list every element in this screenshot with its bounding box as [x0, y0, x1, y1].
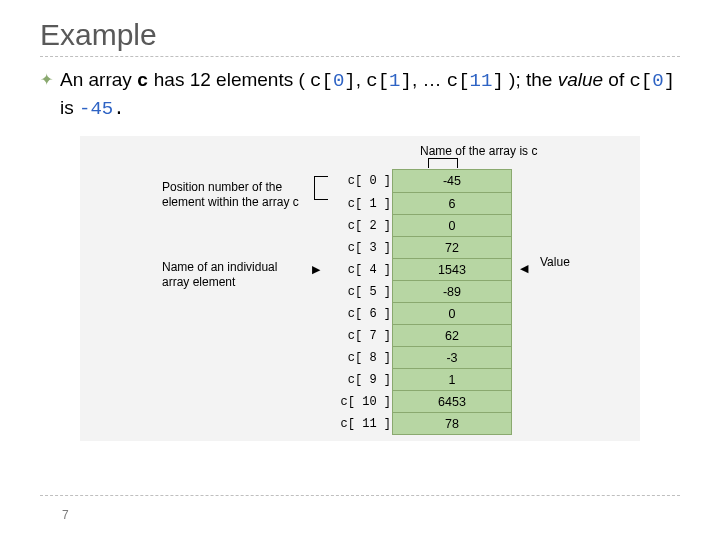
t: has 12 elements ( — [149, 69, 311, 90]
row-label: c[ 9 ] — [337, 369, 391, 391]
row-label: c[ 4 ] — [337, 259, 391, 281]
row-value: -45 — [393, 170, 511, 192]
period: . — [113, 98, 124, 120]
ex0-r: ] — [344, 70, 355, 92]
ann-position-l1: Position number of the — [162, 180, 312, 195]
t: is — [60, 97, 79, 118]
table-row: c[ 5 ]-89 — [393, 280, 511, 302]
ann-position-number: Position number of the element within th… — [162, 180, 312, 210]
ex11-r: ] — [492, 70, 503, 92]
row-label: c[ 7 ] — [337, 325, 391, 347]
row-label: c[ 6 ] — [337, 303, 391, 325]
table-row: c[ 8 ]-3 — [393, 346, 511, 368]
bullet-icon: ✦ — [40, 69, 53, 91]
ann-array-name: Name of the array is c — [420, 144, 537, 159]
title-divider — [40, 56, 680, 57]
table-row: c[ 0 ]-45 — [393, 170, 511, 192]
ex11-i: 11 — [470, 70, 493, 92]
table-row: c[ 7 ]62 — [393, 324, 511, 346]
ex0-i: 0 — [333, 70, 344, 92]
body-paragraph: ✦ An array c has 12 elements ( c[0], c[1… — [40, 67, 680, 122]
ex11-l: c[ — [447, 70, 470, 92]
row-label: c[ 8 ] — [337, 347, 391, 369]
value-word: value — [558, 69, 603, 90]
row-value: -89 — [393, 281, 511, 302]
row-value: 1543 — [393, 259, 511, 280]
ann-indiv-l1: Name of an individual — [162, 260, 312, 275]
table-row: c[ 10 ]6453 — [393, 390, 511, 412]
row-value: 6 — [393, 193, 511, 214]
table-row: c[ 6 ]0 — [393, 302, 511, 324]
table-row: c[ 2 ]0 — [393, 214, 511, 236]
ex1-r: ] — [401, 70, 412, 92]
row-value: -3 — [393, 347, 511, 368]
ann-position-l2: element within the array c — [162, 195, 312, 210]
row-label: c[ 5 ] — [337, 281, 391, 303]
arrow-left-icon: ◀ — [520, 262, 528, 275]
row-value: 0 — [393, 303, 511, 324]
row-value: 62 — [393, 325, 511, 346]
slide-title: Example — [40, 18, 680, 52]
val-r: ] — [664, 70, 675, 92]
table-row: c[ 3 ]72 — [393, 236, 511, 258]
row-value: 72 — [393, 237, 511, 258]
ex1-i: 1 — [389, 70, 400, 92]
t: , … — [412, 69, 447, 90]
table-row: c[ 1 ]6 — [393, 192, 511, 214]
row-label: c[ 0 ] — [337, 170, 391, 192]
page-number: 7 — [62, 508, 69, 522]
slide: Example ✦ An array c has 12 elements ( c… — [0, 0, 720, 540]
row-label: c[ 1 ] — [337, 193, 391, 215]
t: of — [603, 69, 629, 90]
t: , — [356, 69, 367, 90]
row-label: c[ 3 ] — [337, 237, 391, 259]
row-value: 0 — [393, 215, 511, 236]
array-figure: Name of the array is c Position number o… — [80, 136, 640, 441]
ex0-l: c[ — [310, 70, 333, 92]
row-label: c[ 2 ] — [337, 215, 391, 237]
row-value: 78 — [393, 413, 511, 434]
ann-position-connector — [314, 176, 328, 200]
ann-indiv-l2: array element — [162, 275, 312, 290]
array-table: c[ 0 ]-45 c[ 1 ]6 c[ 2 ]0 c[ 3 ]72 c[ 4 … — [392, 169, 512, 435]
t: An array — [60, 69, 137, 90]
val-l: c[ — [629, 70, 652, 92]
val-i: 0 — [652, 70, 663, 92]
row-value: 1 — [393, 369, 511, 390]
table-row: c[ 4 ]1543 — [393, 258, 511, 280]
table-row: c[ 9 ]1 — [393, 368, 511, 390]
footer-divider — [40, 495, 680, 496]
row-value: 6453 — [393, 391, 511, 412]
ann-value: Value — [540, 255, 570, 270]
ann-individual-element: Name of an individual array element — [162, 260, 312, 290]
t: ); the — [504, 69, 558, 90]
arrow-right-icon: ▶ — [312, 263, 320, 276]
row-label: c[ 10 ] — [337, 391, 391, 413]
ann-top-connector — [428, 158, 458, 168]
row-label: c[ 11 ] — [337, 413, 391, 435]
ex1-l: c[ — [366, 70, 389, 92]
arr-name: c — [137, 70, 148, 92]
table-row: c[ 11 ]78 — [393, 412, 511, 434]
neg45: -45 — [79, 98, 113, 120]
